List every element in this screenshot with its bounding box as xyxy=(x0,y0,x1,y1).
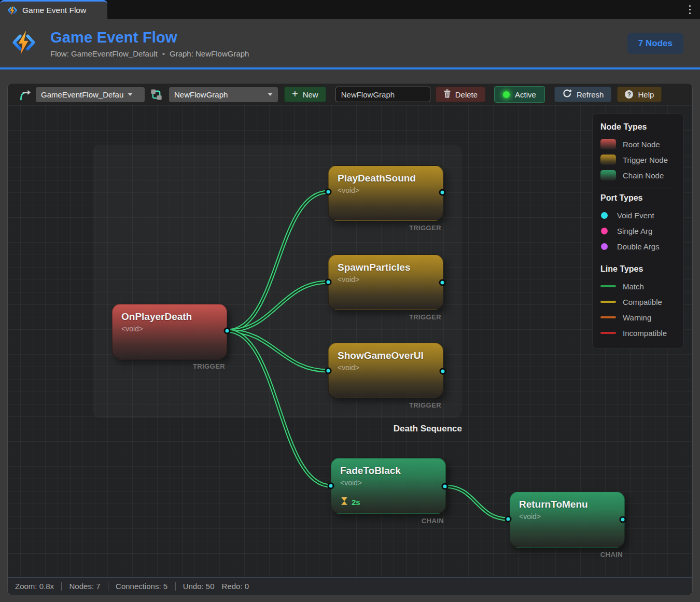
port-output-onplayerdeath[interactable] xyxy=(224,328,231,334)
kebab-menu-icon[interactable] xyxy=(687,3,693,17)
wire-onplayerdeath-spawnparticles[interactable] xyxy=(227,282,328,331)
undo-count: Undo: 50 xyxy=(183,582,215,591)
node-count: Nodes: 7 xyxy=(69,582,101,591)
wire-onplayerdeath-fadetoblack[interactable] xyxy=(227,331,331,486)
status-separator xyxy=(108,582,109,591)
node-kind-label: TRIGGER xyxy=(409,224,441,232)
flow-select[interactable]: GameEventFlow_Defau xyxy=(36,87,145,102)
node-title: SpawnParticles xyxy=(338,262,434,273)
hourglass-icon xyxy=(341,497,347,507)
chain-node-swatch xyxy=(600,170,616,180)
legend-item-single-arg: Single Arg xyxy=(600,223,676,239)
legend-item-compatible: Compatible xyxy=(600,294,676,310)
root-node-swatch xyxy=(600,139,616,149)
port-output-spawnparticles[interactable] xyxy=(439,279,446,286)
port-input-playdeathsound[interactable] xyxy=(325,189,332,195)
graph-select-value: NewFlowGraph xyxy=(174,90,228,99)
plus-icon: + xyxy=(292,89,298,99)
port-output-returntomenu[interactable] xyxy=(620,516,626,523)
delay-value: 2s xyxy=(352,498,360,507)
legend-node-types-title: Node Types xyxy=(600,122,676,132)
bullet-separator: • xyxy=(162,49,165,58)
flow-logo-icon xyxy=(7,5,18,16)
trigger-node-swatch xyxy=(600,155,616,165)
legend-item-root-node: Root Node xyxy=(600,136,676,152)
node-kind-label: CHAIN xyxy=(600,551,623,558)
port-input-spawnparticles[interactable] xyxy=(325,279,332,286)
connection-count: Connections: 5 xyxy=(116,582,167,591)
single-arg-dot xyxy=(601,228,608,234)
incompatible-line-swatch xyxy=(600,332,616,334)
node-title: ReturnToMenu xyxy=(519,499,615,510)
merge-flow-icon xyxy=(17,88,31,101)
refresh-icon xyxy=(562,89,572,100)
tab-game-event-flow[interactable]: Game Event Flow xyxy=(0,0,107,19)
node-title: OnPlayerDeath xyxy=(121,311,218,323)
active-status-dot xyxy=(503,91,510,98)
graph-hierarchy-icon xyxy=(150,88,163,101)
page-header: Game Event Flow Flow: GameEventFlow_Defa… xyxy=(0,19,700,67)
status-bar: Zoom: 0.8x Nodes: 7 Connections: 5 Undo:… xyxy=(8,577,692,595)
node-kind-label: TRIGGER xyxy=(409,313,441,321)
node-title: ShowGameOverUI xyxy=(338,350,434,361)
node-title: PlayDeathSound xyxy=(338,173,434,184)
node-title: FadeToBlack xyxy=(340,465,437,477)
legend-port-types-title: Port Types xyxy=(600,193,676,203)
legend-panel: Node Types Root Node Trigger Node Chain … xyxy=(592,114,684,349)
chevron-down-icon xyxy=(128,93,133,96)
void-event-dot xyxy=(601,212,608,219)
node-returntomenu[interactable]: ReturnToMenu <void> CHAIN xyxy=(510,492,625,548)
legend-item-trigger-node: Trigger Node xyxy=(600,152,676,167)
editor-toolbar: GameEventFlow_Defau NewFlowGraph + New xyxy=(8,83,692,105)
new-graph-button[interactable]: + New xyxy=(284,87,326,102)
help-button[interactable]: ? Help xyxy=(617,87,662,102)
node-kind-label: CHAIN xyxy=(422,517,444,525)
legend-item-warning: Warning xyxy=(600,310,676,325)
port-output-fadetoblack[interactable] xyxy=(442,483,449,490)
refresh-button[interactable]: Refresh xyxy=(554,87,612,102)
tab-bar: Game Event Flow xyxy=(0,0,700,19)
editor-panel: GameEventFlow_Defau NewFlowGraph + New xyxy=(7,83,693,595)
compatible-line-swatch xyxy=(600,301,616,303)
redo-count: Redo: 0 xyxy=(222,582,249,591)
node-count-badge: 7 Nodes xyxy=(627,33,683,54)
node-spawnparticles[interactable]: SpawnParticles <void> TRIGGER xyxy=(328,255,443,310)
port-input-returntomenu[interactable] xyxy=(505,516,512,523)
node-onplayerdeath[interactable]: OnPlayerDeath <void> TRIGGER xyxy=(112,304,227,359)
active-toggle-button[interactable]: Active xyxy=(494,86,545,103)
delete-graph-button[interactable]: Delete xyxy=(436,87,485,102)
legend-item-double-args: Double Args xyxy=(600,239,676,254)
port-output-showgameoverui[interactable] xyxy=(440,368,446,375)
port-output-playdeathsound[interactable] xyxy=(439,189,446,196)
node-signature: <void> xyxy=(519,512,615,521)
graph-select[interactable]: NewFlowGraph xyxy=(169,87,278,102)
chevron-down-icon xyxy=(268,93,273,96)
legend-item-chain-node: Chain Node xyxy=(600,167,676,183)
flow-select-value: GameEventFlow_Defau xyxy=(41,90,123,99)
node-showgameoverui[interactable]: ShowGameOverUI <void> TRIGGER xyxy=(328,343,443,398)
delay-indicator: 2s xyxy=(341,497,360,507)
page-title: Game Event Flow xyxy=(50,29,249,46)
status-separator xyxy=(61,582,62,591)
node-kind-label: TRIGGER xyxy=(193,362,225,370)
node-signature: <void> xyxy=(338,186,434,194)
wire-fadetoblack-returntomenu[interactable] xyxy=(445,486,508,519)
header-subtitle: Flow: GameEventFlow_Default • Graph: New… xyxy=(50,49,249,58)
node-signature: <void> xyxy=(121,325,218,333)
node-signature: <void> xyxy=(338,363,434,372)
legend-divider xyxy=(600,259,676,259)
node-fadetoblack[interactable]: FadeToBlack <void> 2s CHAIN xyxy=(331,458,446,514)
node-graph-canvas[interactable]: OnPlayerDeath <void> TRIGGER PlayDeathSo… xyxy=(8,105,692,577)
legend-item-match: Match xyxy=(600,278,676,294)
graph-name-input[interactable] xyxy=(335,87,430,102)
node-playdeathsound[interactable]: PlayDeathSound <void> TRIGGER xyxy=(328,165,443,221)
port-input-fadetoblack[interactable] xyxy=(328,483,334,489)
port-input-showgameoverui[interactable] xyxy=(325,368,332,374)
zoom-level: Zoom: 0.8x xyxy=(15,582,54,591)
window-body: GameEventFlow_Defau NewFlowGraph + New xyxy=(0,69,700,602)
status-separator xyxy=(175,582,176,591)
node-kind-label: TRIGGER xyxy=(409,401,441,409)
wire-onplayerdeath-playdeathsound[interactable] xyxy=(227,192,328,331)
graph-name-label: Graph: NewFlowGraph xyxy=(170,49,249,58)
question-mark-icon: ? xyxy=(625,90,633,99)
